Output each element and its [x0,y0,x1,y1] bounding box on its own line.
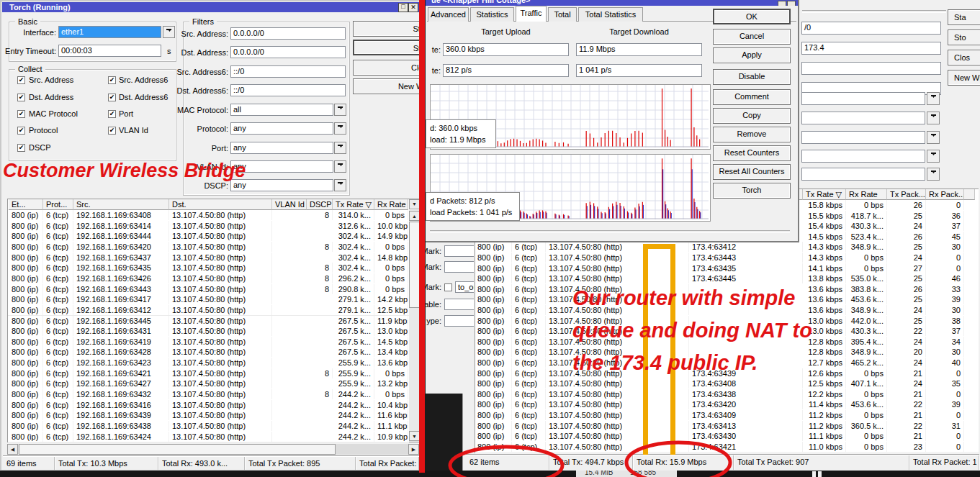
torch3-new wi-button[interactable]: New Wi [948,70,980,86]
collect-checkbox-mac-protocol[interactable]: ✔ [17,110,25,118]
stop-button[interactable]: Stop [353,40,421,55]
tab-total-statistics[interactable]: Total Statistics [578,7,643,22]
table-row[interactable]: 800 (ip)6 (tcp)13.107.4.50:80 (http)173.… [475,242,979,253]
column-header-tx-pack-[interactable]: Tx Pack... [887,189,926,200]
filter-field-src-address6-[interactable]: ::/0 [230,65,346,78]
copy-button[interactable]: Copy [713,108,791,124]
disable-button[interactable]: Disable [713,69,791,85]
table-row[interactable]: 800 (ip)6 (tcp)13.107.4.50:80 (http)173.… [475,410,979,422]
column-header-rx-rate[interactable]: Rx Rate [846,189,887,200]
mark-checkbox[interactable] [444,283,452,291]
collect-checkbox-dst-address6[interactable]: ✔ [108,94,116,101]
filter-dropdown-button[interactable] [334,142,346,154]
scroll-left-icon[interactable]: ◀ [7,444,18,455]
torch3-clos-button[interactable]: Clos [948,50,980,65]
filter-dropdown-button[interactable] [334,179,346,191]
collect-checkbox-src-address[interactable]: ✔ [17,76,25,84]
tab-total[interactable]: Total [548,7,577,22]
table-row[interactable]: 800 (ip)6 (tcp)192.168.1.169:6343213.107… [8,389,409,401]
reset-counters-button[interactable]: Reset Counters [713,145,791,161]
table-row[interactable]: 800 (ip)6 (tcp)192.168.1.169:6342113.107… [8,368,409,380]
torch3-dropdown-field[interactable] [801,92,925,105]
table-row[interactable]: 800 (ip)6 (tcp)192.168.1.169:6342713.107… [8,378,409,390]
h-scroll-thumb[interactable] [19,444,336,455]
collect-checkbox-port[interactable]: ✔ [108,110,116,118]
column-header-rx-rate[interactable]: Rx Rate [374,199,408,210]
torch1-titlebar[interactable]: Torch (Running) □ ✕ [2,2,421,12]
mark-panel-field[interactable] [444,261,474,273]
table-row[interactable]: 800 (ip)6 (tcp)13.107.4.50:80 (http)173.… [475,431,979,442]
interface-select[interactable]: ether1 [58,26,161,38]
table-row[interactable]: 800 (ip)6 (tcp)192.168.1.169:6342413.107… [8,432,409,443]
table-row[interactable]: 800 (ip)6 (tcp)192.168.1.169:6343513.107… [8,263,409,274]
table-row[interactable]: 800 (ip)6 (tcp)13.107.4.50:80 (http)173.… [475,253,979,264]
table-row[interactable]: 800 (ip)6 (tcp)192.168.1.169:6341913.107… [8,337,409,348]
column-header-dst-[interactable]: Dst. [169,199,272,210]
column-header-hidden[interactable] [964,189,975,200]
torch3-dropdown-field[interactable] [801,112,925,124]
dialog-titlebar[interactable]: ue <Knapper Hill Cottage> [426,0,799,6]
mark-panel-field[interactable] [444,299,474,310]
h-scrollbar[interactable]: ◀ ▶ [7,444,420,455]
torch3-dropdown-button[interactable] [927,168,940,181]
filter-field-protocol-[interactable]: any [230,122,333,135]
torch3-field[interactable] [801,62,941,75]
mark-panel-field[interactable] [444,245,474,257]
close-icon[interactable] [787,1,796,6]
table-row[interactable]: 800 (ip)6 (tcp)13.107.4.50:80 (http)173.… [475,421,979,432]
apply-button[interactable]: Apply [713,47,791,63]
torch3-field[interactable]: /0 [801,22,941,35]
table-row[interactable]: 800 (ip)6 (tcp)192.168.1.169:6344413.107… [8,231,409,242]
table-row[interactable]: 800 (ip)6 (tcp)192.168.1.169:6341713.107… [8,294,409,306]
tab-advanced[interactable]: Advanced [428,7,469,22]
table-row[interactable]: 800 (ip)6 (tcp)192.168.1.169:6342013.107… [8,242,409,253]
column-header-tx-rate[interactable]: Tx Rate ▽ [803,189,846,200]
tab-traffic[interactable]: Traffic [516,6,547,22]
cancel-button[interactable]: Cancel [713,29,791,45]
collect-checkbox-dscp[interactable]: ✔ [17,144,25,152]
table-row[interactable]: 800 (ip)6 (tcp)192.168.1.169:6342313.107… [8,358,409,369]
torch3-dropdown-button[interactable] [927,112,940,124]
comment-button[interactable]: Comment [713,89,791,105]
filter-field-dst-address-[interactable]: 0.0.0.0/0 [230,46,346,58]
torch3-dropdown-button[interactable] [927,131,940,144]
column-header-et-[interactable]: Et... [9,199,43,210]
start-button[interactable]: Start [353,21,421,37]
table-row[interactable]: 800 (ip)6 (tcp)192.168.1.169:6341413.107… [8,221,409,232]
filter-field-port-[interactable]: any [230,142,333,154]
v-scrollbar[interactable]: ▲ ▼ [409,210,420,442]
table-row[interactable]: 800 (ip)6 (tcp)13.107.4.50:80 (http)173.… [475,442,979,453]
target-upload-packet-rate-field[interactable]: 812 p/s [443,64,569,77]
collect-checkbox-dst-address[interactable]: ✔ [17,94,25,101]
new-window-button[interactable]: New Window [353,78,421,94]
column-header-rx-pack-[interactable]: Rx Pack... [926,189,964,200]
collect-checkbox-src-address6[interactable]: ✔ [108,76,116,84]
ok-button[interactable]: OK [713,9,791,24]
torch3-dropdown-button[interactable] [927,92,940,105]
table-row[interactable]: 800 (ip)6 (tcp)192.168.1.169:6343113.107… [8,326,409,337]
table-row[interactable]: 800 (ip)6 (tcp)192.168.1.169:6344313.107… [8,284,409,296]
filter-dropdown-button[interactable] [334,104,346,116]
column-header-dscp[interactable]: DSCP [307,199,333,210]
entry-timeout-field[interactable]: 00:00:03 [58,45,161,57]
column-header-tx-rate[interactable]: Tx Rate ▽ [333,199,374,210]
collect-checkbox-protocol[interactable]: ✔ [17,127,25,135]
torch3-sta-button[interactable]: Sta [948,9,980,25]
mark-panel-field[interactable] [444,315,474,327]
torch3-dropdown-field[interactable] [801,150,925,163]
table-row[interactable]: 800 (ip)6 (tcp)192.168.1.169:6343713.107… [8,253,409,264]
scroll-down-icon[interactable]: ▼ [409,431,420,441]
torch3-dropdown-field[interactable] [801,168,925,181]
v-scroll-thumb[interactable] [409,222,420,308]
table-row[interactable]: 800 (ip)6 (tcp)13.107.4.50:80 (http)173.… [475,378,979,390]
table-row[interactable]: 800 (ip)6 (tcp)192.168.1.169:6343913.107… [8,410,409,422]
scroll-up-icon[interactable]: ▲ [409,211,420,221]
target-download-rate-field[interactable]: 11.9 Mbps [576,43,702,56]
filter-field-dscp-[interactable]: any [230,179,333,191]
remove-button[interactable]: Remove [713,127,791,142]
collect-checkbox-vlan-id[interactable]: ✔ [108,127,116,135]
torch-button[interactable]: Torch [713,183,791,199]
table-row[interactable]: 800 (ip)6 (tcp)192.168.1.169:6341213.107… [8,305,409,317]
torch3-dropdown-button[interactable] [927,150,940,163]
filter-dropdown-button[interactable] [334,122,346,135]
